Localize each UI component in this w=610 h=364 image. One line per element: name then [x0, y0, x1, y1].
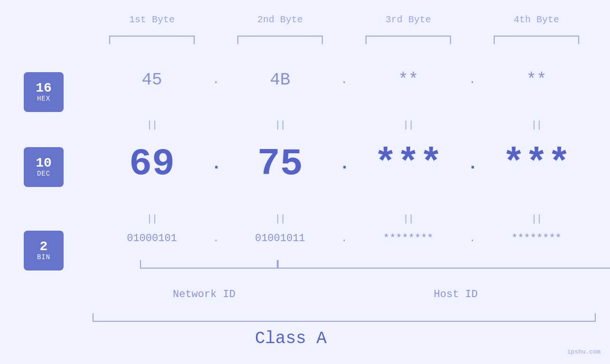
byte3-header: 3rd Byte	[349, 14, 468, 25]
class-bracket	[93, 313, 596, 322]
hex-byte4: **	[477, 70, 596, 90]
dec-byte3: ***	[349, 142, 468, 186]
bin-badge-number: 2	[40, 240, 48, 253]
dec-byte2: 75	[221, 142, 339, 186]
dec-badge: 10 DEC	[24, 147, 64, 187]
hex-dot1: .	[211, 74, 221, 86]
bin-badge-label: BIN	[37, 253, 50, 261]
eq5: ||	[147, 214, 157, 224]
bin-dot2: .	[339, 233, 349, 244]
bin-dot1: .	[211, 233, 221, 244]
hex-badge-label: HEX	[37, 95, 50, 103]
bracket-top-1	[109, 36, 195, 44]
dec-badge-label: DEC	[37, 170, 50, 177]
dec-row: 69 . 75 . *** . ***	[93, 142, 596, 186]
eq6: ||	[275, 214, 285, 224]
eq2: ||	[275, 120, 285, 131]
bin-byte1: 01000101	[93, 233, 211, 244]
bracket-top-2	[237, 36, 323, 44]
network-id-bracket	[140, 260, 278, 269]
dec-dot2: .	[339, 154, 349, 174]
host-id-bracket	[278, 260, 610, 269]
watermark: ipshu.com	[567, 348, 601, 355]
eq4: ||	[531, 120, 542, 131]
bracket-top-3	[366, 36, 451, 44]
bin-byte4: ********	[477, 233, 596, 244]
equals-dec-bin: || || || ||	[93, 214, 596, 224]
top-bracket-row	[93, 36, 596, 44]
host-id-label: Host ID	[316, 289, 596, 300]
hex-badge: 16 HEX	[24, 72, 64, 112]
hex-dot3: .	[468, 74, 477, 86]
hex-byte1: 45	[93, 70, 211, 90]
eq8: ||	[531, 214, 542, 224]
byte4-header: 4th Byte	[477, 14, 596, 25]
eq7: ||	[403, 214, 413, 224]
id-labels-row: Network ID Host ID	[93, 289, 596, 300]
bin-byte3: ********	[349, 233, 468, 244]
network-id-label: Network ID	[93, 289, 316, 300]
dec-badge-number: 10	[36, 157, 52, 170]
dec-byte1: 69	[93, 142, 211, 186]
dec-dot3: .	[468, 154, 477, 174]
bracket-top-4	[494, 36, 579, 44]
eq3: ||	[403, 120, 413, 131]
hex-byte2: 4B	[221, 70, 339, 90]
byte2-header: 2nd Byte	[221, 14, 339, 25]
bin-row: 01000101 . 01001011 . ******** . *******…	[93, 233, 596, 244]
hex-badge-number: 16	[36, 82, 52, 95]
bin-byte2: 01001011	[221, 233, 339, 244]
full-bracket-row	[93, 313, 596, 322]
dec-dot1: .	[211, 154, 221, 174]
bottom-bracket-row	[93, 260, 596, 269]
equals-hex-dec: || || || ||	[93, 120, 596, 131]
eq1: ||	[147, 120, 157, 131]
dec-byte4: ***	[477, 142, 596, 186]
byte-header-row: 1st Byte 2nd Byte 3rd Byte 4th Byte	[93, 14, 596, 25]
class-label: Class A	[0, 329, 582, 348]
hex-dot2: .	[339, 74, 349, 86]
byte1-header: 1st Byte	[93, 14, 211, 25]
bin-badge: 2 BIN	[24, 231, 64, 271]
hex-row: 45 . 4B . ** . **	[93, 70, 596, 90]
main-container: 1st Byte 2nd Byte 3rd Byte 4th Byte 16 H…	[0, 0, 610, 364]
hex-byte3: **	[349, 70, 468, 90]
bin-dot3: .	[468, 233, 477, 244]
